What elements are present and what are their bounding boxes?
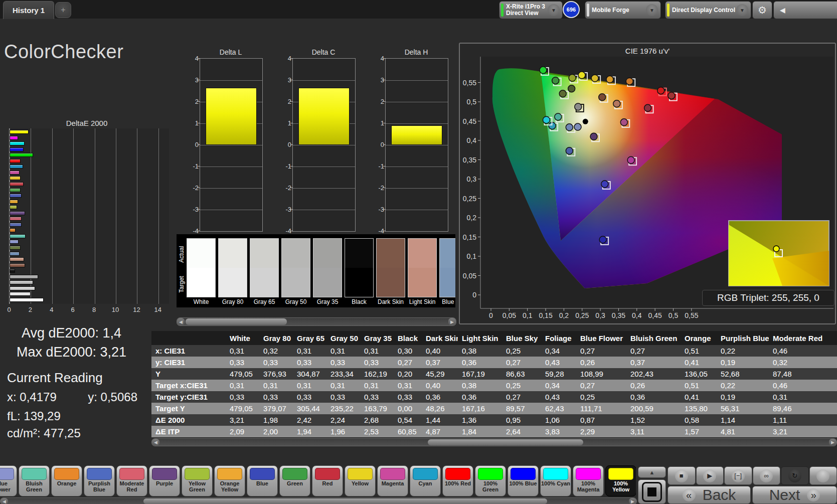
cie-zoom-inset bbox=[729, 221, 829, 286]
column-header: Black bbox=[394, 334, 422, 343]
patch-button-label: Magenta bbox=[378, 480, 408, 486]
range-button[interactable]: [−] bbox=[724, 466, 752, 485]
patch-button-label: Purple bbox=[149, 480, 180, 486]
table-cell: 48,26 bbox=[422, 404, 458, 413]
table-cell: 1,11 bbox=[769, 416, 837, 424]
table-scrollbar-thumb[interactable] bbox=[428, 439, 583, 445]
axis-tick-label: 0,4 bbox=[467, 136, 477, 144]
measured-point bbox=[555, 113, 562, 120]
blank-icon bbox=[816, 469, 829, 482]
patch-button[interactable]: Blue bbox=[247, 465, 278, 496]
measured-point bbox=[626, 78, 633, 85]
table-cell: 108,99 bbox=[576, 370, 626, 378]
axis-tick-label: 0,3 bbox=[467, 175, 477, 183]
patch-button[interactable]: 100% Red bbox=[442, 465, 473, 496]
table-cell: 0,43 bbox=[541, 393, 576, 401]
patch-button[interactable]: Cyan bbox=[410, 465, 441, 496]
measured-point bbox=[559, 90, 566, 97]
axis-tick-label: 0,1 bbox=[467, 252, 477, 260]
measured-point bbox=[566, 147, 573, 154]
patch-color-swatch bbox=[22, 468, 47, 480]
patch-button-label: Orange Yellow bbox=[215, 480, 245, 492]
table-cell: 0,33 bbox=[293, 358, 326, 367]
table-cell: 89,57 bbox=[502, 404, 541, 413]
table-scrollbar[interactable]: ◀ ▶ bbox=[151, 438, 837, 446]
axis-tick-label: 0,45 bbox=[463, 117, 476, 125]
inset-measured-point bbox=[773, 246, 779, 252]
table-cell: 2,29 bbox=[576, 427, 626, 436]
patch-button[interactable]: 100% Yellow bbox=[605, 465, 636, 496]
scroll-right-icon[interactable]: ▶ bbox=[629, 498, 636, 504]
table-cell: 0,36 bbox=[458, 393, 502, 401]
next-button-label: Next bbox=[769, 486, 800, 503]
patch-button-label: Moderate Red bbox=[117, 480, 147, 492]
table-cell: 0,43 bbox=[541, 358, 576, 367]
blank-button[interactable] bbox=[809, 466, 837, 485]
loop-button[interactable]: ∞ bbox=[753, 466, 781, 485]
patch-color-swatch bbox=[380, 468, 405, 480]
pattern-up-button[interactable]: ▲ bbox=[638, 466, 666, 478]
table-cell: 136,05 bbox=[681, 370, 717, 378]
patch-color-swatch bbox=[576, 468, 601, 480]
column-header: Gray 50 bbox=[326, 334, 360, 343]
table-cell: 0,19 bbox=[717, 393, 769, 401]
patch-color-swatch bbox=[185, 468, 210, 480]
patch-button[interactable]: Purple bbox=[149, 465, 180, 496]
table-cell: 4,87 bbox=[422, 427, 458, 436]
patch-button[interactable]: Yellow bbox=[345, 465, 376, 496]
table-cell: 0,34 bbox=[541, 381, 576, 390]
patch-button[interactable]: Blue Flower bbox=[0, 465, 17, 496]
patch-button[interactable]: 100% Cyan bbox=[540, 465, 571, 496]
measurement-table: WhiteGray 80Gray 65Gray 50Gray 35BlackDa… bbox=[151, 331, 837, 437]
table-cell: 2,53 bbox=[360, 427, 394, 436]
axis-tick-label: 0,15 bbox=[539, 311, 552, 319]
patch-button[interactable]: Magenta bbox=[377, 465, 408, 496]
patch-button[interactable]: Moderate Red bbox=[116, 465, 147, 496]
patch-button[interactable]: Yellow Green bbox=[182, 465, 213, 496]
patch-scrollbar-thumb[interactable] bbox=[143, 498, 547, 504]
next-button[interactable]: Next » bbox=[752, 486, 837, 504]
patch-button[interactable]: Red bbox=[312, 465, 343, 496]
row-label: ΔE 2000 bbox=[151, 416, 226, 424]
patch-button-label: Blue Flower bbox=[0, 480, 17, 492]
stop-button[interactable]: ■ bbox=[667, 466, 696, 485]
refresh-button[interactable]: ↻ bbox=[781, 466, 809, 485]
table-cell: 0,31 bbox=[293, 381, 326, 390]
patch-row-scrollbar[interactable]: ◀ ▶ bbox=[0, 497, 637, 504]
patch-button[interactable]: Green bbox=[279, 465, 310, 496]
patch-button[interactable]: Purplish Blue bbox=[84, 465, 115, 496]
table-cell: 235,22 bbox=[326, 404, 360, 413]
pattern-window-button[interactable] bbox=[638, 479, 666, 504]
patch-color-swatch bbox=[54, 468, 79, 480]
table-cell: 0,19 bbox=[717, 358, 769, 367]
patch-button-label: 100% Green bbox=[475, 480, 506, 492]
patch-color-swatch bbox=[608, 468, 633, 480]
patch-button[interactable]: Orange bbox=[51, 465, 82, 496]
table-cell: 0,27 bbox=[394, 358, 422, 367]
table-cell: 379,07 bbox=[259, 404, 293, 413]
patch-button[interactable]: 100% Green bbox=[475, 465, 506, 496]
scroll-right-icon[interactable]: ▶ bbox=[829, 439, 836, 446]
patch-button[interactable]: Orange Yellow bbox=[214, 465, 245, 496]
patch-color-swatch bbox=[0, 468, 14, 480]
table-cell: 4,81 bbox=[717, 427, 769, 436]
measured-point bbox=[583, 119, 588, 124]
scroll-left-icon[interactable]: ◀ bbox=[152, 439, 159, 446]
patch-button[interactable]: 100% Blue bbox=[508, 465, 539, 496]
back-button[interactable]: « Back bbox=[667, 486, 751, 504]
patch-button[interactable]: Bluish Green bbox=[19, 465, 50, 496]
table-cell: 1,06 bbox=[541, 416, 576, 424]
patch-color-swatch bbox=[413, 468, 438, 480]
table-cell: 0,54 bbox=[394, 416, 422, 424]
axis-tick-label: 0,1 bbox=[523, 311, 533, 319]
table-cell: 167,19 bbox=[458, 370, 502, 378]
play-button[interactable]: ▶ bbox=[696, 466, 724, 485]
table-cell: 59,28 bbox=[541, 370, 576, 378]
column-header: Gray 80 bbox=[259, 334, 293, 343]
table-cell: 0,51 bbox=[681, 381, 717, 390]
table-cell: 0,33 bbox=[293, 393, 326, 401]
table-cell: 2,64 bbox=[502, 427, 541, 436]
measured-point bbox=[613, 100, 620, 107]
scroll-left-icon[interactable]: ◀ bbox=[1, 498, 8, 504]
patch-button[interactable]: 100% Magenta bbox=[573, 465, 604, 496]
